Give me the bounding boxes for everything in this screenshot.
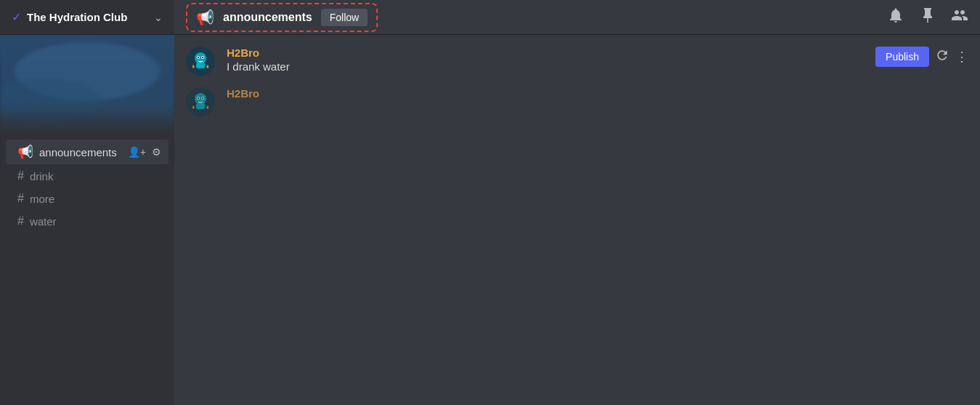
svg-point-13 [202, 97, 203, 99]
server-header[interactable]: ✓ The Hydration Club ⌄ [0, 0, 174, 35]
members-icon[interactable] [951, 7, 968, 28]
sidebar-item-announcements[interactable]: 📢 announcements 👤+ ⚙ [6, 140, 169, 164]
main-content: 📢 announcements Follow [174, 0, 980, 405]
sidebar-item-more[interactable]: # more [6, 188, 169, 209]
follow-button[interactable]: Follow [321, 9, 368, 26]
message-text: I drank water [227, 60, 864, 73]
channel-name-drink: drink [30, 170, 54, 183]
megaphone-header-icon: 📢 [196, 9, 214, 26]
message-content: H2Bro I drank water [227, 47, 864, 73]
sidebar-item-drink[interactable]: # drink [6, 165, 169, 187]
messages-area: H2Bro I drank water Publish ⋮ [174, 35, 980, 405]
channel-name-announcements: announcements [39, 146, 117, 159]
table-row: H2Bro [186, 87, 968, 116]
server-banner [0, 35, 174, 133]
topbar: 📢 announcements Follow [174, 0, 980, 35]
channel-list: 📢 announcements 👤+ ⚙ # drink # more # wa… [0, 133, 174, 405]
avatar [186, 87, 215, 116]
topbar-icons [887, 7, 968, 28]
svg-point-12 [198, 97, 199, 99]
table-row: H2Bro I drank water Publish ⋮ [186, 47, 968, 76]
svg-point-5 [198, 57, 199, 58]
sidebar: ✓ The Hydration Club ⌄ 📢 announcements 👤… [0, 0, 174, 405]
svg-point-6 [202, 57, 203, 58]
svg-rect-2 [196, 63, 205, 68]
message-actions: Publish ⋮ [875, 47, 968, 67]
channel-name-more: more [30, 193, 54, 205]
bell-icon[interactable] [887, 7, 904, 28]
hash-icon: # [17, 214, 24, 228]
server-check-icon: ✓ [12, 10, 21, 24]
message-author: H2Bro [227, 47, 864, 59]
refresh-icon[interactable] [935, 48, 949, 66]
topbar-channel-name: announcements [223, 11, 312, 24]
sidebar-item-water[interactable]: # water [6, 210, 169, 232]
channel-actions: 👤+ ⚙ [126, 145, 163, 159]
more-options-icon[interactable]: ⋮ [955, 49, 968, 65]
channel-name-water: water [30, 215, 57, 228]
server-name: The Hydration Club [27, 11, 148, 23]
channel-header-highlight: 📢 announcements Follow [186, 3, 378, 32]
chevron-down-icon: ⌄ [154, 12, 163, 23]
hash-icon: # [17, 192, 24, 205]
message-content: H2Bro [227, 87, 968, 101]
svg-rect-9 [196, 103, 205, 109]
add-member-icon[interactable]: 👤+ [126, 145, 147, 159]
pin-icon[interactable] [919, 7, 936, 28]
settings-icon[interactable]: ⚙ [150, 145, 163, 159]
hash-icon: # [17, 169, 24, 183]
megaphone-icon: 📢 [17, 144, 33, 160]
publish-button[interactable]: Publish [875, 47, 929, 67]
message-author: H2Bro [227, 87, 968, 100]
avatar [186, 47, 215, 76]
